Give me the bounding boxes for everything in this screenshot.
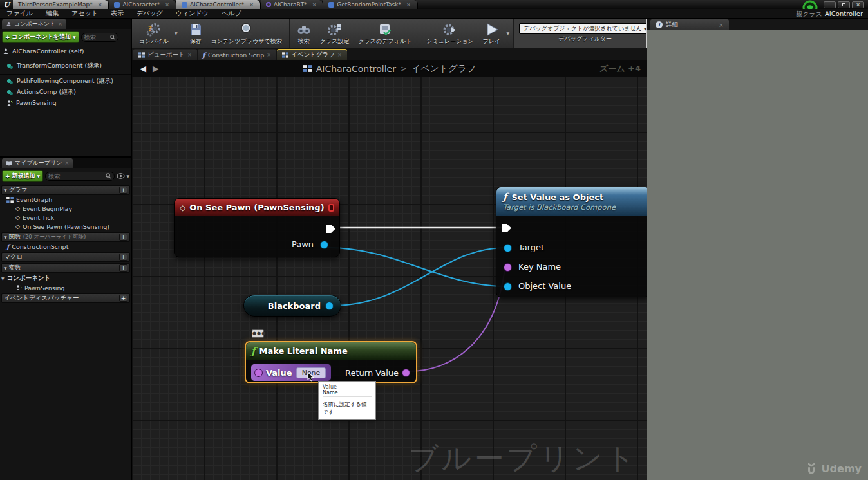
value-input-pin[interactable] [255, 369, 262, 376]
tree-item-tick[interactable]: ◇ Event Tick [0, 213, 131, 222]
tree-item-eventgraph[interactable]: EventGraph [0, 195, 131, 204]
pawn-output-pin[interactable] [321, 241, 328, 248]
comment-bubble-icon[interactable]: ●●● [252, 329, 264, 338]
section-dispatchers[interactable]: イベントディスパッチャー + [1, 293, 130, 303]
file-tab-aicharacontroller[interactable]: AICharaController* × [176, 0, 261, 9]
exec-output-pin[interactable] [326, 225, 335, 233]
node-set-value-as-object[interactable]: ƒ Set Value as Object Target is Blackboa… [496, 187, 647, 297]
tree-group-components[interactable]: ▼ コンポーネント [0, 273, 131, 283]
components-search [81, 33, 118, 42]
menu-edit[interactable]: 編集 [46, 9, 59, 18]
node-make-literal-name[interactable]: ƒ Make Literal Name Value None Return Va… [245, 341, 417, 383]
close-icon[interactable]: × [187, 52, 192, 58]
tab-components[interactable]: コンポーネント × [2, 19, 66, 29]
udemy-brand: Udemy [804, 462, 862, 475]
return-value-output-pin[interactable] [402, 369, 410, 376]
exec-input-pin[interactable] [502, 224, 511, 232]
close-icon[interactable]: × [406, 2, 411, 8]
compile-button[interactable]: ? コンパイル [135, 19, 173, 48]
debug-object-dropdown[interactable]: デバッグオブジェクトが選択されていません ▼ [519, 23, 651, 34]
tree-item-onseepawn[interactable]: ◇ On See Pawn (PawnSensing) [0, 222, 131, 231]
section-variables[interactable]: ▼ 変数 + [1, 263, 130, 273]
tab-my-blueprint[interactable]: マイブループリン × [2, 158, 73, 168]
compile-options-button[interactable]: ▼ [173, 19, 179, 48]
chevron-down-icon: ▼ [73, 35, 76, 39]
parent-class-link[interactable]: AIController [825, 10, 863, 17]
node-blackboard-variable[interactable]: Blackboard [243, 295, 341, 317]
component-row-pawnsensing[interactable]: PawnSensing [0, 98, 131, 107]
tab-details[interactable]: i 詳細 × [650, 19, 729, 30]
menu-asset[interactable]: アセット [71, 9, 98, 18]
close-button[interactable]: × [852, 1, 864, 8]
add-component-button[interactable]: +コンポーネントを追加▼ [2, 31, 79, 43]
file-tab-getrandompointtask[interactable]: GetRandomPointTask* × [323, 0, 417, 9]
file-tab-map[interactable]: ThirdPersonExampleMap* × [13, 0, 109, 9]
tab-event-graph[interactable]: イベントグラフ × [277, 49, 347, 60]
event-graph-canvas[interactable]: ◇ On See Pawn (PawnSensing) Pawn ƒ Set V… [132, 60, 647, 480]
key-name-input-pin[interactable] [504, 264, 511, 271]
components-search-input[interactable] [84, 34, 110, 41]
class-defaults-button[interactable]: クラスのデフォルト [354, 19, 416, 48]
chevron-down-icon: ▼ [126, 174, 129, 178]
play-options-button[interactable]: ▼ [505, 19, 511, 48]
tree-item-pawnsensing[interactable]: PawnSensing [0, 283, 131, 292]
section-graphs[interactable]: ▼ グラフ + [1, 185, 130, 195]
add-dispatcher-button[interactable]: + [119, 295, 127, 302]
menu-window[interactable]: ウィンドウ [176, 9, 209, 18]
component-icon [6, 89, 14, 96]
close-icon[interactable]: × [64, 160, 69, 166]
add-graph-button[interactable]: + [119, 187, 127, 194]
file-tab-aicharacter[interactable]: AICharacter* × [109, 0, 176, 9]
close-icon[interactable]: × [58, 21, 62, 27]
save-button[interactable]: 保存 [185, 19, 207, 48]
breadcrumb-root[interactable]: AICharaController [316, 64, 396, 74]
section-functions[interactable]: ▼ 関数 (20 オーバーライド可能) + [1, 232, 130, 242]
section-macros[interactable]: マクロ + [1, 252, 130, 262]
tree-item-beginplay[interactable]: ◇ Event BeginPlay [0, 204, 131, 213]
chevron-down-icon: ▼ [37, 174, 41, 178]
tab-construction-script[interactable]: ƒ Construction Scrip × [198, 49, 276, 60]
add-new-button[interactable]: +新規追加▼ [2, 170, 43, 182]
tree-item-constructionscript[interactable]: ƒ ConstructionScript [0, 242, 131, 251]
function-icon: ƒ [203, 51, 205, 59]
class-settings-button[interactable]: クラス設定 [316, 19, 354, 48]
menu-help[interactable]: ヘルプ [222, 9, 241, 18]
add-variable-button[interactable]: + [119, 264, 127, 272]
search-button[interactable]: 検索 [292, 19, 316, 48]
component-row-self[interactable]: AICharaController (self) [0, 46, 131, 56]
filter-view-button[interactable]: ▼ [117, 173, 129, 179]
object-value-input-pin[interactable] [504, 283, 511, 290]
my-blueprint-search [45, 172, 115, 181]
add-function-button[interactable]: + [119, 234, 127, 241]
node-on-see-pawn[interactable]: ◇ On See Pawn (PawnSensing) Pawn [174, 198, 340, 257]
function-icon: ƒ [251, 346, 255, 357]
close-icon[interactable]: × [312, 2, 317, 8]
file-tab-aicharabt[interactable]: AICharaBT* × [261, 0, 323, 9]
simulate-button[interactable]: シミュレーション [422, 19, 478, 48]
maximize-button[interactable] [838, 1, 850, 8]
play-button[interactable]: プレイ [478, 19, 505, 48]
find-in-content-browser-button[interactable]: コンテンツブラウザで検索 [207, 19, 287, 48]
blackboard-output-pin[interactable] [326, 302, 333, 309]
add-macro-button[interactable]: + [119, 254, 127, 261]
menu-file[interactable]: ファイル [6, 9, 33, 18]
component-row-actionscomp[interactable]: ActionsComp (継承) [0, 87, 131, 98]
parent-class: 親クラスAIController [796, 10, 863, 19]
close-icon[interactable]: × [337, 52, 342, 58]
close-icon[interactable]: × [249, 2, 254, 8]
menu-debug[interactable]: デバッグ [137, 9, 163, 18]
target-input-pin[interactable] [504, 245, 511, 252]
tab-viewport[interactable]: ビューポート × [133, 49, 197, 60]
returnvalue-to-keyname-wire [409, 268, 505, 371]
minimize-button[interactable]: − [824, 1, 836, 8]
close-icon[interactable]: × [165, 2, 169, 8]
component-row-transform[interactable]: TransformComponent (継承) [0, 59, 131, 71]
close-icon[interactable]: × [719, 22, 724, 28]
my-blueprint-search-input[interactable] [48, 173, 106, 180]
close-icon[interactable]: × [98, 2, 102, 8]
menu-view[interactable]: 表示 [111, 9, 124, 18]
breadcrumb-current[interactable]: イベントグラフ [411, 63, 476, 75]
close-icon[interactable]: × [267, 52, 271, 58]
component-row-pathfollowing[interactable]: PathFollowingComponent (継承) [0, 74, 131, 87]
value-input-field[interactable]: None [296, 367, 326, 378]
